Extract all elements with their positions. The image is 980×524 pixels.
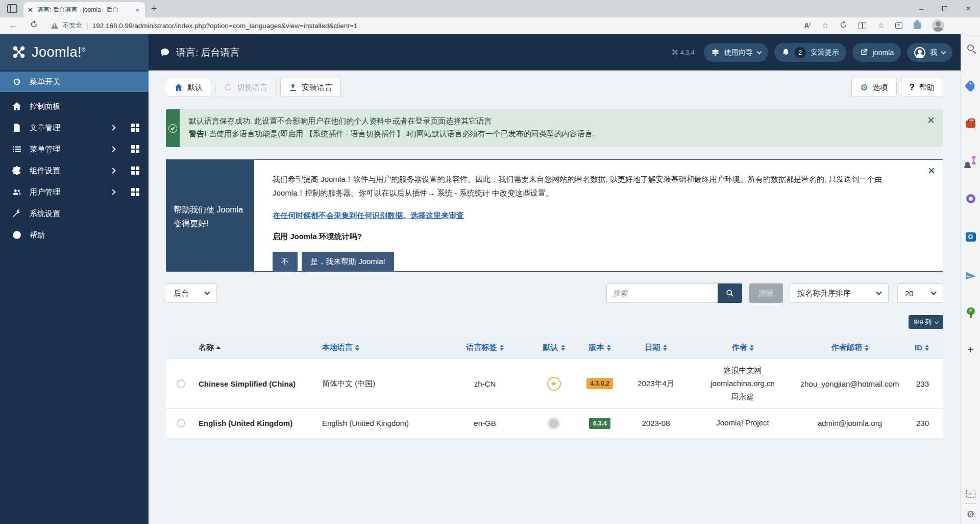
maximize-button[interactable] <box>933 0 957 17</box>
stats-no-button[interactable]: 不 <box>273 252 298 271</box>
sync-icon[interactable] <box>840 21 847 30</box>
sidebar-item-articles[interactable]: 文章管理 <box>0 117 149 138</box>
shopping-tag-icon[interactable] <box>965 80 977 92</box>
header-default[interactable]: 默认 <box>528 343 579 352</box>
install-language-button[interactable]: 安装语言 <box>280 78 341 97</box>
sidebar-item-system[interactable]: 系统设置 <box>0 203 149 224</box>
chevron-down-icon <box>204 289 210 295</box>
joomla-mini-icon <box>672 49 678 56</box>
speech-bubble-icon <box>160 47 170 58</box>
set-default-toggle-icon[interactable] <box>547 417 560 430</box>
dashboard-grid-icon[interactable] <box>131 166 139 175</box>
split-screen-icon[interactable] <box>859 22 866 29</box>
stats-close-icon[interactable]: ✕ <box>927 165 936 271</box>
minimize-button[interactable]: ─ <box>910 0 933 17</box>
drop-plane-icon[interactable] <box>965 269 977 281</box>
stats-review-link[interactable]: 在任何时候都不会采集到任何识别数据。选择这里来审查 <box>273 211 464 221</box>
home-icon <box>11 102 22 111</box>
favorites-icon[interactable]: ☆ <box>877 21 884 30</box>
language-id: 233 <box>906 379 943 388</box>
wrench-icon <box>11 209 22 218</box>
header-date[interactable]: 日期 <box>620 343 692 352</box>
dashboard-grid-icon[interactable] <box>131 188 139 196</box>
dashboard-grid-icon[interactable] <box>131 124 139 132</box>
stats-yes-button[interactable]: 是，我来帮助 Joomla! <box>302 252 394 271</box>
date: 2023年4月 <box>620 379 692 389</box>
limit-select[interactable]: 20 <box>897 283 943 303</box>
browser-tab[interactable]: ✕ 语言: 后台语言 - joomla - 后台 × <box>23 2 145 17</box>
columns-dropdown[interactable]: 9/9 列 <box>909 315 943 329</box>
client-select[interactable]: 后台 <box>166 283 217 303</box>
toggle-icon <box>11 77 22 86</box>
sort-icon <box>865 345 869 351</box>
row-radio[interactable] <box>177 379 185 388</box>
dashboard-grid-icon[interactable] <box>131 145 139 153</box>
info-icon <box>11 230 22 240</box>
refresh-icon[interactable] <box>30 20 38 31</box>
default-language-star-icon[interactable]: ★ <box>547 377 561 391</box>
alert-close-icon[interactable]: ✕ <box>927 114 935 126</box>
chevron-down-icon <box>876 289 881 295</box>
tab-manager-icon[interactable] <box>7 4 17 13</box>
outlook-icon[interactable]: O <box>965 231 977 243</box>
header-tag[interactable]: 语言标签 <box>442 343 528 352</box>
stats-panel-aside: 帮助我们使 Joomla 变得更好! <box>166 160 254 271</box>
browser-profile-avatar[interactable] <box>932 19 944 32</box>
address-field[interactable]: 不安全 | 192.168.0.99/administrator/index.p… <box>51 21 804 30</box>
view-site-button[interactable]: joomla <box>852 43 901 62</box>
m365-loop-icon[interactable] <box>965 193 977 205</box>
back-icon[interactable]: ← <box>9 20 18 31</box>
msn-tree-icon[interactable] <box>966 307 975 318</box>
sort-icon <box>663 345 667 351</box>
new-tab-button[interactable]: + <box>151 3 157 14</box>
favorite-star-icon[interactable]: ☆ <box>822 21 828 30</box>
sidebar-item-components[interactable]: 组件设置 <box>0 160 149 181</box>
header-native[interactable]: 本地语言 <box>319 343 442 352</box>
tour-button[interactable]: 使用向导 <box>704 43 768 62</box>
games-icon[interactable] <box>965 156 976 166</box>
post-install-messages-button[interactable]: 2 安装提示 <box>774 43 846 62</box>
close-button[interactable]: × <box>957 0 980 17</box>
collections-icon[interactable] <box>895 22 902 29</box>
sidebar-item-menus[interactable]: 菜单管理 <box>0 139 149 159</box>
help-button[interactable]: ? 帮助 <box>901 78 943 97</box>
sidebar-settings-icon[interactable]: ⚙ <box>966 509 974 520</box>
options-button[interactable]: ⚙ 选项 <box>851 78 896 97</box>
sidebar-item-help[interactable]: 帮助 <box>0 225 149 245</box>
sidebar-item-dashboard[interactable]: 控制面板 <box>0 96 149 116</box>
chevron-right-icon[interactable] <box>110 125 115 130</box>
address-separator: | <box>86 21 88 30</box>
chevron-right-icon[interactable] <box>110 168 115 173</box>
sort-icon <box>500 345 504 351</box>
search-input[interactable] <box>606 283 718 303</box>
language-tag: zh-CN <box>442 379 528 388</box>
url-text[interactable]: 192.168.0.99/administrator/index.php?opt… <box>92 22 358 30</box>
date: 2023-08 <box>620 419 692 427</box>
default-button[interactable]: 默认 <box>166 78 211 97</box>
question-icon: ? <box>910 82 915 92</box>
header-author[interactable]: 作者 <box>692 343 794 352</box>
sort-select[interactable]: 按名称升序排序 <box>790 283 889 303</box>
toolbox-icon[interactable] <box>965 118 977 130</box>
header-id[interactable]: ID <box>906 343 943 352</box>
extensions-icon[interactable] <box>914 22 921 29</box>
header-version[interactable]: 版本 <box>579 343 620 352</box>
alert-status-bar <box>166 109 180 147</box>
clear-button[interactable]: 清除 <box>749 283 783 303</box>
screenshot-icon[interactable]: ✂ <box>966 490 975 498</box>
header-email[interactable]: 作者邮箱 <box>794 343 906 352</box>
upload-icon <box>289 83 297 91</box>
sidebar-item-menu-toggle[interactable]: 菜单开关 <box>0 72 149 92</box>
user-menu-button[interactable]: 我 <box>907 43 952 62</box>
search-button[interactable] <box>718 283 742 303</box>
row-radio[interactable] <box>177 419 185 427</box>
chevron-right-icon[interactable] <box>110 189 115 195</box>
sidebar-item-users[interactable]: 用户管理 <box>0 182 149 202</box>
chevron-right-icon[interactable] <box>110 146 115 152</box>
add-sidebar-item-icon[interactable]: + <box>965 344 977 356</box>
sidebar-search-icon[interactable] <box>965 41 977 54</box>
tab-close-icon[interactable]: × <box>134 6 141 14</box>
users-icon <box>11 187 22 197</box>
read-aloud-icon[interactable]: A) <box>804 21 811 30</box>
header-name[interactable]: 名称 <box>195 343 319 352</box>
